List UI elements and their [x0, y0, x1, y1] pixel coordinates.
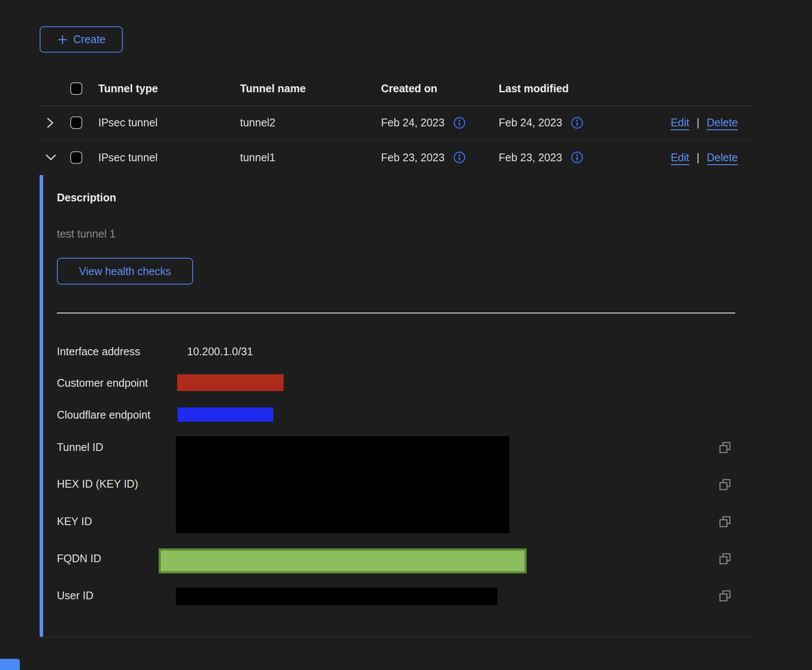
info-icon [453, 116, 466, 129]
column-header-tunnel-type: Tunnel type [98, 82, 240, 95]
tunnel-type-cell: IPsec tunnel [98, 116, 240, 129]
last-modified-info-button[interactable] [571, 116, 584, 129]
edit-link[interactable]: Edit [671, 116, 689, 129]
copy-icon [719, 516, 731, 528]
plus-icon [57, 34, 68, 45]
floating-widget-fragment[interactable] [0, 659, 20, 670]
section-divider [57, 313, 735, 313]
info-icon [571, 116, 584, 129]
delete-link[interactable]: Delete [707, 151, 738, 164]
create-button-label: Create [73, 33, 106, 46]
cloudflare-endpoint-redacted-value [178, 407, 273, 422]
info-icon [571, 151, 584, 164]
chevron-down-icon [45, 153, 56, 162]
copy-tunnel-id-button[interactable] [719, 441, 731, 454]
select-all-checkbox[interactable] [70, 82, 82, 95]
view-health-checks-button[interactable]: View health checks [57, 258, 193, 285]
description-label: Description [57, 191, 116, 204]
user-id-label: User ID [57, 589, 94, 602]
last-modified-cell: Feb 23, 2023 [499, 151, 562, 164]
table-row-tunnel1: IPsec tunnel tunnel1 Feb 23, 2023 Feb 23… [40, 140, 751, 175]
row-checkbox[interactable] [70, 151, 82, 164]
table-row-tunnel2: IPsec tunnel tunnel2 Feb 24, 2023 Feb 24… [40, 106, 751, 140]
tunnel-type-cell: IPsec tunnel [98, 151, 240, 164]
user-id-redacted-value [176, 588, 497, 605]
fqdn-id-label: FQDN ID [57, 552, 101, 565]
created-on-info-button[interactable] [453, 151, 466, 164]
interface-address-value: 10.200.1.0/31 [187, 345, 253, 358]
info-icon [453, 151, 466, 164]
cloudflare-endpoint-label: Cloudflare endpoint [57, 408, 150, 421]
actions-separator: | [696, 151, 700, 164]
column-header-last-modified: Last modified [499, 82, 655, 95]
tunnel-name-cell: tunnel1 [240, 151, 381, 164]
copy-icon [719, 553, 731, 565]
copy-icon [719, 479, 731, 491]
copy-fqdn-id-button[interactable] [719, 553, 731, 565]
ids-redacted-value [176, 436, 509, 533]
chevron-right-icon [45, 117, 55, 128]
expanded-row-accent-bar [40, 175, 43, 637]
edit-link[interactable]: Edit [671, 151, 689, 164]
created-on-cell: Feb 24, 2023 [381, 116, 444, 129]
last-modified-cell: Feb 24, 2023 [499, 116, 562, 129]
fqdn-id-redacted-value [159, 548, 527, 573]
description-value: test tunnel 1 [57, 228, 116, 240]
interface-address-label: Interface address [57, 345, 140, 358]
expand-row-button[interactable] [45, 117, 55, 128]
header-checkbox-cell [67, 82, 98, 95]
hex-id-label: HEX ID (KEY ID) [57, 477, 138, 490]
copy-icon [719, 441, 731, 454]
expanded-row-panel: Description test tunnel 1 View health ch… [40, 175, 751, 637]
last-modified-info-button[interactable] [571, 151, 584, 164]
table-header-row: Tunnel type Tunnel name Created on Last … [40, 72, 751, 106]
tunnels-page: Create Tunnel type Tunnel name Created o… [0, 0, 812, 670]
key-id-label: KEY ID [57, 515, 92, 528]
delete-link[interactable]: Delete [707, 116, 738, 129]
tunnel-id-label: Tunnel ID [57, 441, 103, 454]
customer-endpoint-label: Customer endpoint [57, 376, 148, 389]
copy-key-id-button[interactable] [719, 516, 731, 528]
column-header-created-on: Created on [381, 82, 499, 95]
created-on-cell: Feb 23, 2023 [381, 151, 444, 164]
copy-user-id-button[interactable] [719, 590, 731, 602]
collapse-row-button[interactable] [45, 153, 56, 162]
create-button[interactable]: Create [40, 26, 123, 53]
row-checkbox[interactable] [70, 116, 82, 129]
tunnel-name-cell: tunnel2 [240, 116, 381, 129]
copy-icon [719, 590, 731, 602]
column-header-tunnel-name: Tunnel name [240, 82, 381, 95]
tunnels-table: Tunnel type Tunnel name Created on Last … [40, 72, 751, 637]
actions-separator: | [696, 116, 700, 129]
copy-hex-id-button[interactable] [719, 479, 731, 491]
created-on-info-button[interactable] [453, 116, 466, 129]
customer-endpoint-redacted-value [177, 374, 284, 391]
